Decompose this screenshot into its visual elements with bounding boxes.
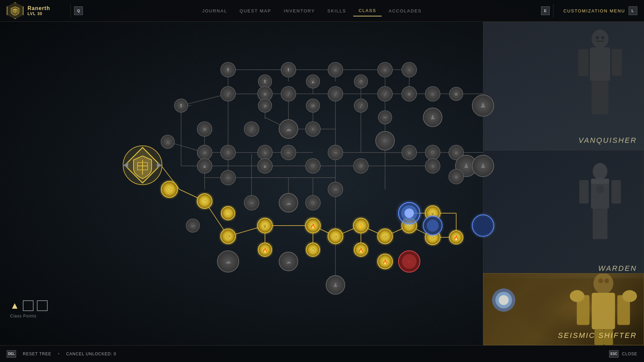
skill-tree-svg: ⬆ ⬆ ⚔ ☺ ○ ⬆ ▲ ⏱ ⬆ ╱ ⊕ ╱ ╱ ╱ ⚙ ☺ ⊛ ✉ ╱ 〜 … <box>0 22 644 345</box>
svg-text:⟳: ⟳ <box>167 187 172 192</box>
skill-node[interactable]: ╱ <box>328 86 343 101</box>
skill-node[interactable]: ╱ <box>378 86 392 101</box>
skill-node[interactable]: 〜 <box>244 195 259 210</box>
seismic-skill-node[interactable] <box>472 215 494 236</box>
skill-node[interactable]: ⛉ <box>306 159 320 173</box>
skill-node[interactable]: ⬆ <box>258 75 272 88</box>
svg-text:⊙: ⊙ <box>455 151 458 155</box>
skill-node[interactable]: ✉ <box>306 99 320 112</box>
skill-node[interactable]: ╱ <box>354 99 368 112</box>
skill-node[interactable]: ♟ <box>423 108 442 127</box>
skill-node[interactable]: ⬆ <box>174 99 188 112</box>
nav-quest-map[interactable]: QUEST MAP <box>234 6 276 16</box>
skill-node[interactable]: ╱ <box>244 122 259 136</box>
svg-text:♟: ♟ <box>333 282 338 288</box>
skill-node[interactable]: △ <box>161 135 174 148</box>
skill-node[interactable]: ╱ <box>281 86 296 101</box>
skill-node[interactable]: ⊙ <box>258 145 272 160</box>
active-skill-node[interactable]: 🔥 <box>354 243 368 256</box>
customization-menu[interactable]: CUSTOMIZATION MENU L <box>557 6 644 15</box>
skill-node[interactable]: + <box>306 122 320 136</box>
special-skill-node[interactable] <box>398 251 420 272</box>
skill-node[interactable]: ♟ <box>326 276 345 294</box>
skill-node[interactable]: ⚔ <box>328 62 343 77</box>
svg-point-271 <box>402 254 417 269</box>
skill-node[interactable]: ⛉ <box>425 145 440 160</box>
skill-node[interactable]: ⊙ <box>449 169 464 184</box>
active-skill-node[interactable]: ♛ <box>258 218 272 233</box>
active-skill-node[interactable]: ⏱ <box>197 194 212 208</box>
skill-node[interactable]: ⚙ <box>197 122 212 136</box>
skill-node[interactable]: 〜 <box>328 145 343 160</box>
skill-node[interactable]: ⊙ <box>402 145 417 160</box>
nav-inventory[interactable]: INVENTORY <box>278 6 320 16</box>
skill-node[interactable]: ☺ <box>378 62 392 77</box>
active-skill-node[interactable]: ⟳ <box>378 229 392 244</box>
active-skill-node[interactable]: ✋ <box>354 218 368 233</box>
reset-tree-button[interactable]: RESET TREE <box>23 352 51 356</box>
seismic-skill-node[interactable] <box>423 216 442 235</box>
active-skill-node[interactable]: 🔥 <box>306 218 320 233</box>
active-skill-node[interactable]: ⟳ <box>221 229 235 244</box>
skill-node[interactable]: ▲ <box>258 159 272 173</box>
skill-node[interactable]: ○ <box>402 62 417 77</box>
skill-node[interactable]: ♟ <box>472 95 494 116</box>
svg-text:☺: ☺ <box>431 92 435 97</box>
active-skill-node[interactable]: 🔥 <box>378 254 392 269</box>
svg-text:⛉: ⛉ <box>311 164 315 168</box>
skill-node[interactable]: ⏱ <box>221 145 235 160</box>
e-key[interactable]: E <box>541 6 550 15</box>
skill-node[interactable]: ☁ <box>279 193 298 212</box>
skill-node[interactable]: 〜 <box>378 111 392 124</box>
skill-node[interactable]: ♟ <box>472 155 494 177</box>
svg-text:⟳: ⟳ <box>226 234 231 239</box>
esc-key[interactable]: ESC <box>609 350 619 358</box>
active-skill-node[interactable]: ⟳ <box>161 181 177 197</box>
skill-node[interactable]: ⏱ <box>354 75 368 88</box>
skill-node[interactable]: ⚐ <box>376 131 394 150</box>
skill-node[interactable]: ☺ <box>425 86 440 101</box>
class-points-icons: ▲ <box>10 300 48 311</box>
skill-node[interactable]: ⛉ <box>306 195 320 210</box>
skill-node[interactable]: ☁ <box>217 251 239 272</box>
svg-text:⏱: ⏱ <box>311 248 315 253</box>
svg-text:⊕: ⊕ <box>454 92 458 97</box>
active-skill-node[interactable]: 🔥 <box>449 231 463 244</box>
active-skill-node[interactable]: ⏱ <box>221 206 235 220</box>
skill-node[interactable]: ⬆ <box>221 62 235 77</box>
skill-node[interactable]: ☁ <box>279 120 298 138</box>
l-key[interactable]: L <box>629 6 637 15</box>
skill-node[interactable]: ▲ <box>306 75 320 88</box>
nav-skills[interactable]: SKILLS <box>322 6 352 16</box>
skill-node[interactable]: ⚙ <box>402 86 417 101</box>
nav-journal[interactable]: JOURNAL <box>197 6 233 16</box>
svg-text:⟳: ⟳ <box>334 234 337 239</box>
active-skill-node[interactable]: ⏱ <box>306 243 320 256</box>
skill-node[interactable]: ⬆ <box>281 62 296 77</box>
nav-divider <box>70 4 71 17</box>
skill-node[interactable]: ⊙ <box>425 159 440 173</box>
active-skill-node[interactable]: 🔥 <box>258 243 272 256</box>
skill-node[interactable]: ☁ <box>279 252 298 271</box>
skill-node[interactable]: ╱ <box>221 86 235 101</box>
q-key[interactable]: Q <box>74 6 83 15</box>
svg-text:⟳: ⟳ <box>383 234 387 239</box>
skill-node[interactable]: ⏱ <box>354 159 368 173</box>
skill-node[interactable]: ⊕ <box>449 87 463 101</box>
close-button[interactable]: CLOSE <box>622 352 637 356</box>
del-key[interactable]: DEL <box>7 350 16 358</box>
skill-node[interactable]: 〜 <box>328 182 343 197</box>
nav-accolades[interactable]: ACCOLADES <box>383 6 427 16</box>
skill-node[interactable]: ▭ <box>186 219 200 232</box>
skill-node[interactable]: 〜 <box>281 145 296 160</box>
active-skill-node[interactable]: ⟳ <box>328 229 343 244</box>
svg-text:🔥: 🔥 <box>453 235 459 241</box>
bottom-bar: DEL RESET TREE • CANCEL UNLOCKED: 0 ESC … <box>0 345 644 362</box>
skill-node[interactable]: ⊛ <box>258 99 272 112</box>
skill-node[interactable]: 〜 <box>221 170 235 185</box>
svg-text:⚔: ⚔ <box>334 68 337 72</box>
skill-node[interactable]: ⊙ <box>197 145 212 160</box>
nav-class[interactable]: CLASS <box>353 5 382 16</box>
seismic-skill-node[interactable] <box>398 202 420 224</box>
skill-node[interactable]: ▲ <box>197 159 212 173</box>
